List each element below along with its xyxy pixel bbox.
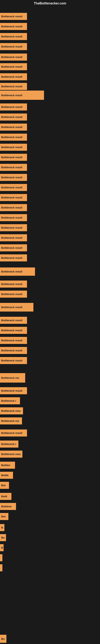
bar-item: Bottleneck result — [0, 154, 27, 161]
bar-item: Bottleneck result — [0, 268, 35, 276]
bar-item: Bottl — [0, 493, 11, 500]
bar-label: Bottleneck resu — [1, 409, 21, 412]
bar-item: Bottleneck r — [0, 440, 18, 448]
bar-item: Bot — [0, 513, 8, 520]
bar-item — [0, 554, 2, 561]
bar-label: Bottleneck resu — [1, 452, 21, 456]
bar-item: Bottleneck res — [0, 418, 22, 424]
bar-item: Bottleneck result — [0, 290, 27, 298]
bar-label: Bottleneck result — [1, 116, 22, 118]
bar-label: Bottleneck result — [1, 106, 22, 108]
bar-item: Bottleneck result — [0, 104, 27, 110]
bar-item: Bottleneck result — [0, 224, 27, 231]
bar-label: Bottleneck r — [1, 442, 16, 446]
bar-label: Bottleneck result — [1, 156, 22, 159]
bar-label: Bottleneck result — [1, 25, 22, 28]
bar-item: Bottleneck r — [0, 397, 20, 404]
bar-label: Bottleneck result — [1, 45, 22, 48]
bar-label: Bottleneck r — [1, 399, 16, 402]
bar-item: Bottleneck result — [0, 303, 33, 312]
bar-item: Bottleneck result — [0, 204, 27, 211]
bar-item: Bottlen — [0, 462, 15, 469]
bar-item: Bottleneck result — [0, 337, 27, 344]
bar-label: Bottleneck result — [1, 94, 22, 97]
bar-label: Bottleneck result — [1, 339, 22, 342]
bar-label: Bottleneck result — [1, 136, 22, 139]
bar-label: Bottlen — [1, 464, 10, 467]
bar-item: Bottleneck result — [0, 164, 27, 171]
bar-item: Bottleneck result — [0, 430, 27, 436]
bar-item: Bottleneck res — [0, 373, 25, 382]
bar-item: Bottleneck result — [0, 327, 27, 334]
bar-item: Bo — [0, 635, 6, 643]
bar-item: B — [0, 524, 4, 531]
bar-item — [0, 564, 2, 571]
bar-item: Bottleneck result — [0, 347, 27, 354]
bar-label: Bottleneck result — [1, 306, 22, 309]
bar-item: Bot — [0, 482, 9, 489]
bar-label: Bottle — [1, 474, 9, 477]
bar-label: Bot — [1, 515, 6, 518]
bar-item: Bottleneck result — [0, 33, 27, 40]
bar-item: Bottle — [0, 472, 13, 479]
bar-label: Bottleneck result — [1, 236, 22, 239]
bar-item: Bottleneck result — [0, 280, 27, 288]
bar-label: Bottleneck res — [1, 420, 19, 422]
bar-item: Bottleneck result — [0, 73, 27, 80]
bar-item: B — [0, 544, 3, 551]
bar-item: Bottleneck result — [0, 90, 44, 100]
bar-item: Bottleneck result — [0, 387, 27, 394]
bar-item: Bottleneck result — [0, 184, 27, 191]
bar-label: Bottleneck result — [1, 186, 22, 189]
bar-label: Bottleneck result — [1, 35, 22, 38]
bar-item: Bottleneck result — [0, 134, 27, 141]
bar-item: Bo — [0, 534, 6, 541]
bar-item: Bottleneck result — [0, 144, 27, 151]
bar-label: Bottleneck result — [1, 85, 22, 88]
bar-label: Bottleneck result — [1, 329, 22, 332]
bar-item: Bottlene — [0, 503, 16, 510]
bar-item: Bottleneck result — [0, 43, 27, 50]
bars-container: Bottleneck resultBottleneck resultBottle… — [0, 7, 100, 644]
bar-label: Bo — [1, 536, 4, 539]
bar-label: Bottleneck result — [1, 56, 22, 58]
bar-label: Bottleneck result — [1, 349, 22, 352]
bar-label: Bottleneck result — [1, 65, 22, 68]
bar-label: Bo — [1, 637, 4, 640]
bar-item: Bottleneck resu — [0, 407, 23, 414]
bar-label: Bottlene — [1, 505, 12, 508]
bar-label: Bottleneck result — [1, 206, 22, 209]
bar-item: Bottleneck result — [0, 254, 27, 262]
bar-label: Bottleneck result — [1, 319, 22, 322]
bar-label: Bottleneck result — [1, 216, 22, 219]
bar-item: Bottleneck result — [0, 114, 27, 120]
bar-item: Bottleneck result — [0, 54, 27, 60]
bar-label: Bottleneck result — [1, 75, 22, 78]
bar-item: Bottleneck resu — [0, 450, 22, 458]
bar-label: B — [1, 526, 3, 529]
bar-item: Bottleneck result — [0, 124, 27, 130]
bar-item: Bottleneck result — [0, 194, 27, 201]
bar-label: Bottleneck result — [1, 226, 22, 229]
bar-label: Bottleneck result — [1, 270, 22, 273]
bar-label: Bottleneck result — [1, 126, 22, 128]
bar-label: Bottleneck result — [1, 389, 22, 392]
bar-label: Bottleneck result — [1, 292, 22, 296]
bar-label: Bot — [1, 484, 6, 487]
bar-item: Bottleneck result — [0, 174, 27, 181]
site-title: TheBottlenecker.com — [0, 0, 100, 7]
bar-label: Bottleneck res — [1, 376, 19, 379]
bar-item: Bottleneck result — [0, 214, 27, 221]
bar-item: Bottleneck result — [0, 63, 27, 70]
bar-item: Bottleneck result — [0, 23, 27, 30]
bar-item: Bottleneck result — [0, 357, 27, 364]
bar-item: Bottleneck result — [0, 244, 27, 251]
bar-label: Bottleneck result — [1, 282, 22, 286]
bar-label: Bottleneck result — [1, 166, 22, 169]
bar-item: Bottleneck result — [0, 234, 27, 241]
bar-item: Bottleneck result — [0, 317, 27, 324]
bar-item: Bottleneck result — [0, 83, 27, 90]
bar-label: Bottleneck result — [1, 196, 22, 199]
bar-label: Bottleneck result — [1, 15, 22, 18]
bar-label: Bottleneck result — [1, 432, 22, 434]
